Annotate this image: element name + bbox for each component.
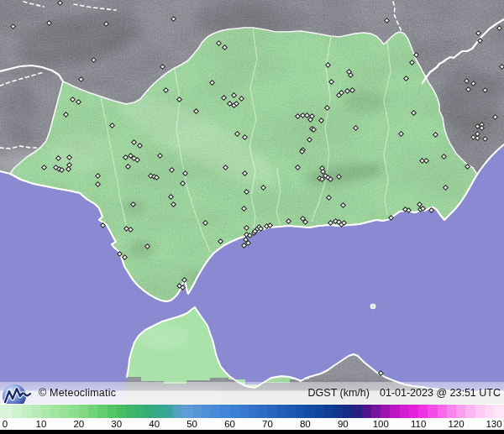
station-marker[interactable] [94, 180, 100, 186]
station-marker[interactable] [412, 51, 418, 57]
station-marker[interactable] [240, 205, 246, 211]
station-marker[interactable] [323, 104, 329, 110]
station-marker[interactable] [230, 92, 236, 97]
station-marker[interactable] [45, 19, 51, 25]
station-marker[interactable] [481, 86, 487, 92]
station-marker[interactable] [129, 201, 135, 207]
station-marker[interactable] [428, 207, 433, 212]
station-marker[interactable] [40, 164, 46, 170]
station-marker[interactable] [318, 117, 323, 123]
station-marker[interactable] [222, 164, 228, 170]
station-marker[interactable] [383, 17, 389, 23]
station-marker[interactable] [215, 39, 221, 45]
station-marker[interactable] [243, 188, 249, 194]
scale-tick-label: 120 [448, 418, 464, 430]
station-marker[interactable] [56, 0, 62, 6]
station-marker[interactable] [440, 153, 446, 159]
station-marker[interactable] [387, 214, 393, 220]
scale-tick-label: 20 [73, 418, 84, 430]
station-marker[interactable] [325, 194, 331, 200]
station-marker[interactable] [408, 59, 414, 65]
station-marker[interactable] [220, 94, 226, 100]
station-marker[interactable] [170, 201, 176, 207]
station-marker[interactable] [179, 180, 185, 186]
station-marker[interactable] [496, 24, 501, 30]
scale-color-block [97, 405, 107, 418]
station-marker[interactable] [339, 201, 345, 207]
station-marker[interactable] [102, 20, 108, 26]
station-marker[interactable] [241, 170, 247, 175]
station-marker[interactable] [121, 254, 127, 259]
scale-tick-label: 0 [3, 418, 8, 430]
legend-title: DGST (km/h) [308, 387, 370, 399]
station-marker[interactable] [463, 77, 469, 83]
station-marker[interactable] [75, 98, 81, 104]
station-marker[interactable] [349, 86, 354, 92]
station-marker[interactable] [99, 222, 105, 227]
station-marker[interactable] [94, 172, 100, 178]
station-marker[interactable] [335, 173, 341, 179]
station-marker[interactable] [108, 122, 114, 128]
legend-info: DGST (km/h)01-01-2023 @ 23:51 UTC [308, 387, 501, 399]
station-marker[interactable] [77, 76, 83, 81]
station-marker[interactable] [475, 29, 480, 35]
station-marker[interactable] [69, 96, 75, 102]
station-marker[interactable] [208, 79, 214, 85]
station-marker[interactable] [352, 124, 358, 130]
station-marker[interactable] [136, 142, 142, 148]
station-marker[interactable] [324, 61, 330, 67]
station-marker[interactable] [442, 184, 448, 190]
scale-color-block [447, 405, 456, 418]
station-marker[interactable] [156, 152, 162, 158]
station-marker[interactable] [130, 139, 136, 144]
station-marker[interactable] [124, 163, 130, 169]
station-marker[interactable] [402, 75, 408, 81]
station-marker[interactable] [221, 44, 227, 50]
station-marker[interactable] [9, 23, 15, 29]
station-marker[interactable] [498, 63, 504, 69]
scale-color-block [485, 405, 494, 418]
scale-color-block [41, 405, 50, 418]
station-marker[interactable] [306, 136, 312, 142]
station-marker[interactable] [491, 113, 497, 119]
station-marker[interactable] [170, 15, 176, 21]
station-marker[interactable] [481, 135, 487, 141]
scale-color-block [390, 405, 399, 418]
station-marker[interactable] [181, 170, 187, 175]
station-marker[interactable] [243, 224, 249, 230]
station-marker[interactable] [328, 78, 333, 84]
station-marker[interactable] [432, 131, 438, 137]
station-marker[interactable] [285, 217, 291, 223]
station-marker[interactable] [238, 95, 244, 101]
station-marker[interactable] [181, 276, 186, 282]
station-marker[interactable] [62, 111, 68, 117]
station-marker[interactable] [55, 154, 60, 160]
station-marker[interactable] [464, 163, 470, 169]
station-marker[interactable] [465, 86, 470, 92]
station-marker[interactable] [176, 96, 181, 102]
station-marker[interactable] [260, 184, 265, 190]
station-marker[interactable] [423, 157, 428, 163]
station-marker[interactable] [410, 109, 416, 115]
station-marker[interactable] [397, 130, 403, 136]
station-marker[interactable] [377, 369, 383, 375]
station-marker[interactable] [241, 133, 247, 139]
station-marker[interactable] [470, 80, 475, 86]
station-marker[interactable] [159, 63, 165, 69]
station-marker[interactable] [168, 166, 174, 172]
station-marker[interactable] [202, 219, 207, 225]
station-marker[interactable] [217, 238, 223, 243]
scale-tick-label: 30 [111, 418, 122, 430]
station-marker[interactable] [144, 243, 150, 248]
station-marker[interactable] [476, 37, 482, 43]
scale-color-block [305, 405, 314, 418]
station-marker[interactable] [66, 154, 71, 159]
station-marker[interactable] [162, 86, 168, 92]
scale-color-block [155, 405, 164, 418]
station-marker[interactable] [116, 250, 122, 256]
station-marker[interactable] [234, 130, 239, 136]
station-marker[interactable] [167, 193, 173, 199]
station-marker[interactable] [90, 56, 96, 62]
station-marker[interactable] [192, 107, 198, 113]
station-marker[interactable] [294, 164, 300, 170]
